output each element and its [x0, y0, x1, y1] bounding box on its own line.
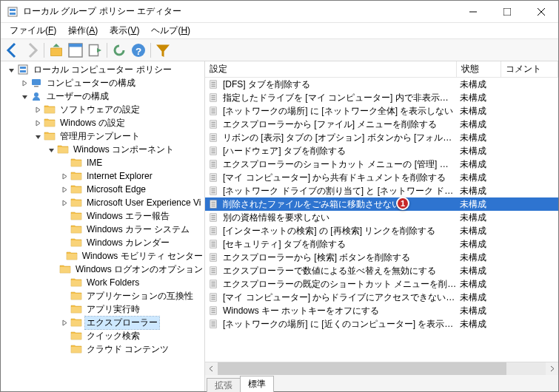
- policy-row[interactable]: [ネットワーク ドライブの割り当て] と [ネットワーク ドライブの切断] ..…: [205, 184, 558, 197]
- tree-node[interactable]: エクスプローラー: [2, 316, 204, 329]
- tree-node[interactable]: Windows コンポーネント: [2, 143, 204, 156]
- tree-node[interactable]: Windows エラー報告: [2, 209, 204, 223]
- tree-node[interactable]: Microsoft Edge: [2, 183, 204, 196]
- expand-icon[interactable]: [33, 105, 42, 114]
- policy-list[interactable]: [DFS] タブを削除する未構成指定したドライブを [マイ コンピューター] 内…: [205, 78, 558, 362]
- tree-node[interactable]: クイック検索: [2, 329, 204, 342]
- policy-row[interactable]: [DFS] タブを削除する未構成: [205, 78, 558, 91]
- tree-node-label: ソフトウェアの設定: [58, 104, 141, 116]
- tree-node[interactable]: ソフトウェアの設定: [2, 103, 204, 116]
- expand-icon[interactable]: [20, 78, 29, 87]
- minimize-button[interactable]: [456, 1, 490, 22]
- collapse-icon[interactable]: [7, 65, 16, 74]
- policy-name: Windows キー ホットキーをオフにする: [223, 305, 457, 317]
- policy-state: 未構成: [457, 92, 501, 104]
- policy-name: 別の資格情報を要求しない: [223, 212, 457, 224]
- collapse-icon[interactable]: [20, 92, 29, 101]
- expand-icon[interactable]: [60, 172, 69, 180]
- policy-row[interactable]: [インターネットの検索] の [再検索] リンクを削除する未構成: [205, 224, 558, 237]
- scroll-track[interactable]: [218, 362, 546, 375]
- policy-name: エクスプローラーから [ファイル] メニューを削除する: [223, 118, 457, 131]
- scroll-right-icon[interactable]: [546, 362, 558, 375]
- tree-node[interactable]: Windows カラー システム: [2, 223, 204, 236]
- refresh-button[interactable]: [110, 41, 128, 59]
- policy-row[interactable]: エクスプローラーから [ファイル] メニューを削除する未構成: [205, 118, 558, 131]
- folder-icon: [17, 64, 29, 75]
- horizontal-scrollbar[interactable]: [205, 362, 558, 374]
- tree-node[interactable]: クラウド コンテンツ: [2, 342, 204, 356]
- tree-node[interactable]: IME: [2, 156, 204, 169]
- collapse-icon[interactable]: [47, 145, 56, 154]
- folder-icon: [70, 303, 82, 315]
- tree-node-label: 管理用テンプレート: [58, 130, 141, 143]
- policy-row[interactable]: [ネットワークの場所] に [近くのコンピューター] を表示しない未構成: [205, 317, 558, 331]
- folder-icon: [70, 277, 82, 288]
- policy-row[interactable]: [セキュリティ] タブを削除する未構成: [205, 237, 558, 251]
- menu-view[interactable]: 表示(V): [104, 23, 145, 38]
- tree-node[interactable]: Internet Explorer: [2, 169, 204, 183]
- maximize-button[interactable]: [490, 1, 524, 22]
- policy-row[interactable]: エクスプローラーのショートカット メニューの [管理] 項目を非表示に未構成: [205, 158, 558, 171]
- policy-row[interactable]: [マイ コンピューター] から共有ドキュメントを削除する未構成: [205, 171, 558, 184]
- policy-name: [マイ コンピューター] から共有ドキュメントを削除する: [223, 172, 457, 184]
- menu-help[interactable]: ヘルプ(H): [145, 23, 196, 38]
- expand-icon[interactable]: [60, 185, 69, 194]
- policy-row[interactable]: [ネットワークの場所] に [ネットワーク全体] を表示しない未構成: [205, 104, 558, 118]
- tree-node[interactable]: ユーザーの構成: [2, 89, 204, 103]
- col-comment[interactable]: コメント: [501, 61, 558, 77]
- toolbar: [1, 39, 558, 61]
- menu-action[interactable]: 操作(A): [62, 23, 104, 38]
- tab-standard[interactable]: 標準: [240, 376, 274, 392]
- scope-tree[interactable]: ローカル コンピューター ポリシーコンピューターの構成ユーザーの構成ソフトウェア…: [1, 61, 205, 391]
- folder-icon: [70, 343, 82, 355]
- policy-row[interactable]: [マイ コンピューター] からドライブにアクセスできないようにする未構成: [205, 291, 558, 304]
- policy-row[interactable]: エクスプローラーで数値による並べ替えを無効にする未構成: [205, 264, 558, 277]
- tree-node[interactable]: ローカル コンピューター ポリシー: [2, 63, 204, 76]
- export-button[interactable]: [86, 41, 104, 59]
- scroll-left-icon[interactable]: [205, 362, 218, 375]
- expand-icon[interactable]: [60, 198, 69, 207]
- tree-node[interactable]: Windows カレンダー: [2, 236, 204, 249]
- col-name[interactable]: 設定: [205, 61, 457, 77]
- expand-icon[interactable]: [33, 118, 42, 127]
- tab-extended[interactable]: 拡張: [207, 378, 241, 392]
- tree-node[interactable]: Microsoft User Experience Vi: [2, 196, 204, 209]
- properties-button[interactable]: [67, 41, 84, 59]
- titlebar: ローカル グループ ポリシー エディター: [1, 1, 558, 23]
- tree-node[interactable]: アプリケーションの互換性: [2, 289, 204, 303]
- filter-button[interactable]: [154, 41, 172, 59]
- tree-node-label: Microsoft User Experience Vi: [85, 197, 203, 208]
- policy-row[interactable]: エクスプローラーから [検索] ボタンを削除する未構成: [205, 251, 558, 264]
- policy-icon: [208, 92, 220, 103]
- tree-node-label: クラウド コンテンツ: [85, 343, 170, 356]
- up-button[interactable]: [47, 41, 65, 59]
- policy-row[interactable]: Windows キー ホットキーをオフにする未構成: [205, 304, 558, 317]
- tree-node[interactable]: コンピューターの構成: [2, 76, 204, 89]
- expand-icon[interactable]: [60, 318, 69, 327]
- policy-icon: [208, 305, 220, 316]
- tree-node[interactable]: Work Folders: [2, 276, 204, 289]
- col-state[interactable]: 状態: [457, 61, 501, 77]
- close-button[interactable]: [524, 1, 558, 22]
- tree-node-label: Windows カレンダー: [85, 237, 171, 249]
- back-button[interactable]: [4, 41, 21, 59]
- help-button[interactable]: [130, 41, 147, 59]
- tree-node[interactable]: Windows ログオンのオプション: [2, 263, 204, 276]
- menu-file[interactable]: ファイル(F): [4, 23, 62, 38]
- policy-row[interactable]: リボンの [表示] タブの [オプション] ボタンから [フォルダー オプショ.…: [205, 131, 558, 144]
- tree-node[interactable]: 管理用テンプレート: [2, 129, 204, 143]
- policy-state: 未構成: [457, 198, 501, 211]
- folder-icon: [70, 157, 82, 169]
- tree-node[interactable]: アプリ実行時: [2, 303, 204, 316]
- policy-row[interactable]: 指定したドライブを [マイ コンピューター] 内で非表示にする未構成: [205, 91, 558, 104]
- policy-row[interactable]: [ハードウェア] タブを削除する未構成: [205, 144, 558, 158]
- collapse-icon[interactable]: [33, 132, 42, 141]
- policy-row[interactable]: 削除されたファイルをごみ箱に移動させない未構成1: [205, 197, 558, 211]
- policy-row[interactable]: エクスプローラーの既定のショートカット メニューを削除する未構成: [205, 277, 558, 291]
- scroll-thumb[interactable]: [218, 362, 506, 375]
- policy-row[interactable]: 別の資格情報を要求しない未構成: [205, 211, 558, 224]
- list-header: 設定 状態 コメント: [205, 61, 558, 78]
- policy-icon: [208, 279, 220, 289]
- tree-node[interactable]: Windows モビリティ センター: [2, 249, 204, 263]
- tree-node[interactable]: Windows の設定: [2, 116, 204, 129]
